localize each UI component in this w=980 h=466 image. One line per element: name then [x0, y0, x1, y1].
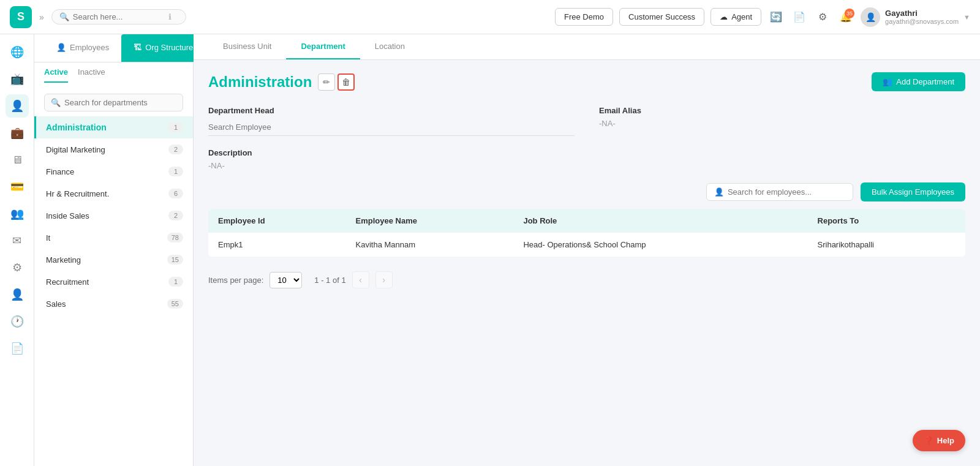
cell-reports-to: Sriharikothapalli	[808, 233, 965, 257]
settings-icon[interactable]: ⚙	[814, 9, 831, 26]
next-page-button[interactable]: ›	[375, 271, 393, 288]
dept-head-label: Department Head	[208, 106, 575, 115]
sidebar-item-monitor[interactable]: 🖥	[6, 148, 29, 171]
app-logo[interactable]: S	[10, 6, 32, 28]
items-per-page-select[interactable]: 10 25 50	[270, 272, 302, 288]
cell-job-role: Head- Operations& School Champ	[513, 233, 807, 257]
dept-list-item[interactable]: Digital Marketing2	[34, 138, 193, 160]
items-per-page-label: Items per page:	[208, 276, 263, 285]
sidebar-item-globe[interactable]: 🌐	[6, 40, 29, 64]
user-menu[interactable]: 👤 Gayathri gayathri@snovasys.com ▼	[861, 7, 970, 27]
sidebar-item-tv[interactable]: 📺	[6, 67, 29, 91]
dept-title: Administration	[208, 73, 312, 91]
emp-search-input[interactable]	[728, 187, 845, 197]
dept-list-item[interactable]: Inside Sales2	[34, 205, 193, 227]
dept-list-item[interactable]: Finance1	[34, 160, 193, 182]
notification-badge: 35	[845, 9, 854, 18]
user-name: Gayathri	[885, 9, 959, 18]
emp-search-box[interactable]: 👤	[706, 183, 853, 201]
dept-item-name: Digital Marketing	[46, 145, 105, 154]
content-area: Administration ✏ 🗑 👥 Add Department	[194, 60, 980, 466]
sidebar-item-briefcase[interactable]: 💼	[6, 121, 29, 145]
dept-list-item[interactable]: Marketing15	[34, 249, 193, 271]
dept-item-name: Marketing	[46, 255, 81, 265]
chevron-down-icon: ▼	[963, 13, 970, 21]
dept-title-row: Administration ✏ 🗑 👥 Add Department	[208, 72, 965, 91]
dept-list-item[interactable]: Recruitment1	[34, 271, 193, 293]
sidebar-item-doc[interactable]: 📄	[6, 337, 29, 360]
dept-list-item[interactable]: Hr & Recruitment.6	[34, 182, 193, 205]
sidebar-item-settings[interactable]: ⚙	[6, 256, 29, 279]
dept-sidebar: 👤 Employees 🏗 Org Structure 👥 HR Setting…	[34, 34, 194, 466]
edit-icon: ✏	[323, 77, 330, 87]
cell-emp-id: Empk1	[208, 233, 346, 257]
org-tab-icon: 🏗	[134, 43, 141, 52]
refresh-icon[interactable]: 🔄	[767, 9, 785, 26]
emp-search-icon: 👤	[714, 187, 724, 197]
description-section: Description -NA-	[208, 148, 965, 170]
agent-button[interactable]: ☁ Agent	[710, 8, 761, 26]
icon-sidebar: 🌐 📺 👤 💼 🖥 💳 👥 ✉ ⚙ 👤 🕐 📄	[0, 34, 34, 466]
dept-list-item[interactable]: Administration1	[34, 116, 193, 138]
sub-tab-business-unit[interactable]: Business Unit	[208, 34, 286, 59]
sidebar-item-group[interactable]: 👥	[6, 202, 29, 225]
help-button[interactable]: ❓ Help	[913, 430, 965, 451]
sidebar-item-clock[interactable]: 🕐	[6, 310, 29, 333]
cell-emp-name: Kavitha Mannam	[346, 233, 514, 257]
dept-list-item[interactable]: Sales55	[34, 293, 193, 315]
dept-item-count: 1	[168, 122, 183, 132]
col-job-role: Job Role	[513, 209, 807, 233]
notification-icon[interactable]: 🔔 35	[837, 9, 854, 26]
dept-head-input[interactable]	[208, 119, 575, 136]
expand-icon[interactable]: »	[39, 12, 44, 22]
table-body: Empk1 Kavitha Mannam Head- Operations& S…	[208, 233, 965, 257]
sub-tab-department[interactable]: Department	[286, 34, 360, 59]
sub-tab-location[interactable]: Location	[360, 34, 420, 59]
tab-employees[interactable]: 👤 Employees	[44, 34, 121, 62]
user-email: gayathri@snovasys.com	[885, 18, 959, 25]
dept-item-name: Hr & Recruitment.	[46, 189, 109, 198]
col-reports-to: Reports To	[808, 209, 965, 233]
dept-item-count: 78	[167, 233, 183, 242]
dept-search-icon: 🔍	[51, 98, 61, 107]
delete-dept-button[interactable]: 🗑	[337, 73, 355, 91]
dept-item-count: 1	[168, 277, 183, 287]
search-input[interactable]	[73, 12, 165, 21]
sidebar-item-card[interactable]: 💳	[6, 175, 29, 198]
add-dept-button[interactable]: 👥 Add Department	[872, 72, 965, 91]
dept-item-name: It	[46, 233, 50, 242]
table-header: Employee Id Employee Name Job Role Repor…	[208, 209, 965, 233]
edit-dept-button[interactable]: ✏	[318, 73, 335, 91]
dept-search-input[interactable]	[64, 98, 176, 107]
page-info: 1 - 1 of 1	[314, 276, 345, 285]
tab-org-structure[interactable]: 🏗 Org Structure	[121, 34, 205, 62]
dept-tab-inactive[interactable]: Inactive	[78, 62, 105, 83]
bulk-assign-button[interactable]: Bulk Assign Employees	[861, 182, 965, 201]
avatar: 👤	[861, 7, 880, 27]
description-label: Description	[208, 148, 965, 157]
sidebar-item-mail[interactable]: ✉	[6, 229, 29, 252]
sidebar-item-user2[interactable]: 👤	[6, 283, 29, 306]
search-icon: 🔍	[59, 12, 69, 21]
dept-title-icons: ✏ 🗑	[318, 73, 355, 91]
prev-page-button[interactable]: ‹	[352, 271, 369, 288]
sub-tabs-bar: Business Unit Department Location	[194, 34, 980, 60]
dept-form: Department Head Email Alias -NA-	[208, 106, 965, 136]
email-alias-field: Email Alias -NA-	[599, 106, 965, 136]
dept-list-item[interactable]: It78	[34, 227, 193, 249]
dept-detail: Administration ✏ 🗑 👥 Add Department	[194, 60, 980, 306]
customer-success-button[interactable]: Customer Success	[619, 8, 704, 26]
sidebar-item-person[interactable]: 👤	[6, 94, 29, 118]
dept-item-name: Administration	[46, 122, 107, 132]
table-row: Empk1 Kavitha Mannam Head- Operations& S…	[208, 233, 965, 257]
description-value: -NA-	[208, 161, 965, 170]
dept-item-count: 6	[168, 189, 183, 198]
help-icon: ❓	[924, 436, 933, 445]
document-icon[interactable]: 📄	[791, 9, 808, 26]
dept-tab-active[interactable]: Active	[44, 62, 68, 83]
free-demo-button[interactable]: Free Demo	[555, 8, 613, 26]
top-nav: 👤 Employees 🏗 Org Structure 👥 HR Setting…	[34, 34, 193, 62]
global-search[interactable]: 🔍 ℹ	[51, 9, 186, 24]
dept-search-box[interactable]: 🔍	[44, 94, 183, 111]
cloud-icon: ☁	[720, 12, 728, 21]
